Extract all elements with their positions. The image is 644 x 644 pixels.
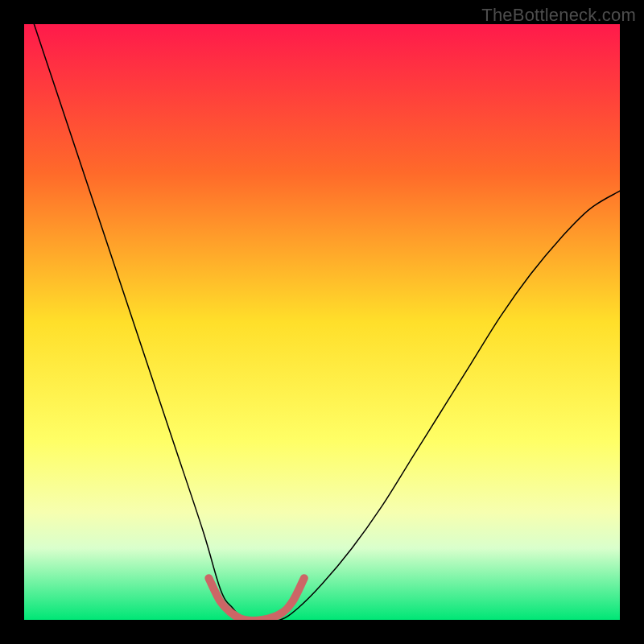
gradient-background [24,24,620,620]
watermark-text: TheBottleneck.com [481,5,636,26]
chart-frame [24,24,620,620]
bottleneck-chart [24,24,620,620]
